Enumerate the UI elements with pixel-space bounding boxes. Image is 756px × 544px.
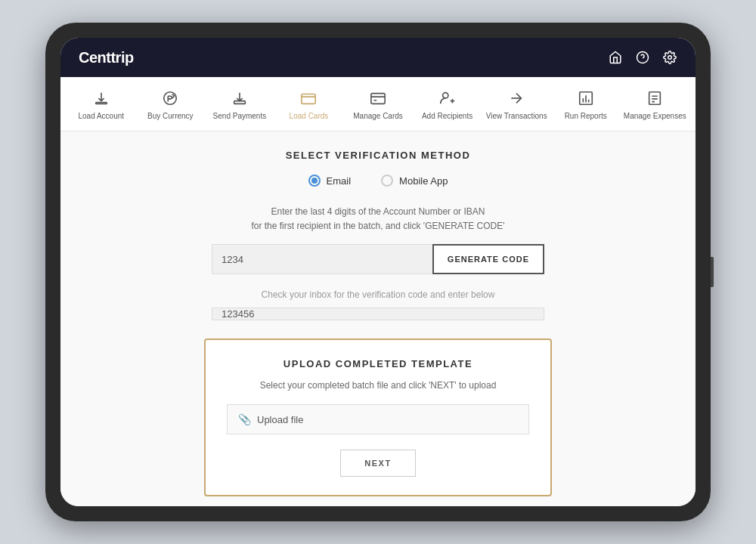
svg-point-2 xyxy=(668,56,672,60)
send-payments-icon xyxy=(229,88,250,109)
svg-point-11 xyxy=(442,93,448,98)
nav-manage-cards[interactable]: Manage Cards xyxy=(343,82,413,126)
help-icon[interactable] xyxy=(635,50,650,65)
add-recipients-icon xyxy=(437,88,458,109)
nav-run-reports-label: Run Reports xyxy=(565,112,607,120)
nav-buy-currency-label: Buy Currency xyxy=(147,112,194,120)
generate-code-button[interactable]: GENERATE CODE xyxy=(432,244,544,274)
view-transactions-icon xyxy=(506,88,527,109)
mobile-app-option-label: Mobile App xyxy=(399,175,448,187)
mobile-app-radio-label[interactable]: Mobile App xyxy=(381,175,448,187)
nav-buy-currency[interactable]: Buy Currency xyxy=(136,82,206,126)
buy-currency-icon xyxy=(160,88,181,109)
header: Centtrip xyxy=(60,38,696,77)
nav-manage-expenses[interactable]: Manage Expenses xyxy=(621,82,690,126)
nav-add-recipients[interactable]: Add Recipients xyxy=(413,82,482,126)
manage-cards-icon xyxy=(367,88,389,109)
verification-title: SELECT VERIFICATION METHOD xyxy=(286,150,471,161)
nav-add-recipients-label: Add Recipients xyxy=(422,112,472,120)
manage-expenses-icon xyxy=(644,88,665,109)
paperclip-icon: 📎 xyxy=(238,413,251,425)
account-input[interactable] xyxy=(212,244,432,274)
svg-rect-5 xyxy=(234,101,246,104)
email-option-label: Email xyxy=(327,175,352,187)
upload-instruction: Select your completed batch file and cli… xyxy=(260,379,497,392)
run-reports-icon xyxy=(575,88,596,109)
upload-file-button[interactable]: 📎 Upload file xyxy=(227,404,529,434)
nav-load-account[interactable]: Load Account xyxy=(67,82,136,126)
nav-bar: Load Account Buy Currency xyxy=(60,77,696,131)
svg-rect-3 xyxy=(95,103,107,104)
tablet-screen: Centtrip xyxy=(60,38,696,506)
home-icon[interactable] xyxy=(608,50,623,65)
load-cards-icon xyxy=(298,88,319,109)
svg-rect-8 xyxy=(371,94,385,104)
verify-instruction: Check your inbox for the verification co… xyxy=(262,289,495,300)
load-account-icon xyxy=(91,88,112,109)
header-icons xyxy=(608,50,677,65)
nav-send-payments[interactable]: Send Payments xyxy=(205,82,274,126)
logo: Centtrip xyxy=(79,49,134,66)
email-radio[interactable] xyxy=(308,175,321,187)
account-input-row: GENERATE CODE xyxy=(212,244,544,274)
account-instruction: Enter the last 4 digits of the Account N… xyxy=(251,205,504,233)
upload-file-label: Upload file xyxy=(257,414,303,425)
svg-rect-6 xyxy=(302,94,315,104)
mobile-app-radio[interactable] xyxy=(381,175,393,187)
nav-view-transactions-label: View Transactions xyxy=(486,112,547,120)
settings-icon[interactable] xyxy=(662,50,677,65)
upload-section: UPLOAD COMPLETED TEMPLATE Select your co… xyxy=(204,338,552,496)
side-button xyxy=(711,257,714,287)
nav-load-cards[interactable]: Load Cards xyxy=(274,82,344,126)
next-button[interactable]: NEXT xyxy=(340,450,416,477)
email-radio-label[interactable]: Email xyxy=(308,175,352,187)
nav-send-payments-label: Send Payments xyxy=(213,112,267,120)
nav-run-reports[interactable]: Run Reports xyxy=(551,82,621,126)
nav-view-transactions[interactable]: View Transactions xyxy=(482,82,551,126)
nav-manage-cards-label: Manage Cards xyxy=(353,112,403,120)
nav-load-account-label: Load Account xyxy=(78,112,124,120)
upload-title: UPLOAD COMPLETED TEMPLATE xyxy=(284,358,472,369)
nav-manage-expenses-label: Manage Expenses xyxy=(624,112,686,120)
nav-load-cards-label: Load Cards xyxy=(290,112,329,120)
svg-point-4 xyxy=(164,92,177,105)
svg-rect-18 xyxy=(649,92,661,105)
tablet-frame: Centtrip xyxy=(45,23,711,521)
radio-group: Email Mobile App xyxy=(308,175,448,187)
verify-code-input[interactable] xyxy=(212,308,544,320)
main-content: SELECT VERIFICATION METHOD Email Mobile … xyxy=(60,131,696,506)
